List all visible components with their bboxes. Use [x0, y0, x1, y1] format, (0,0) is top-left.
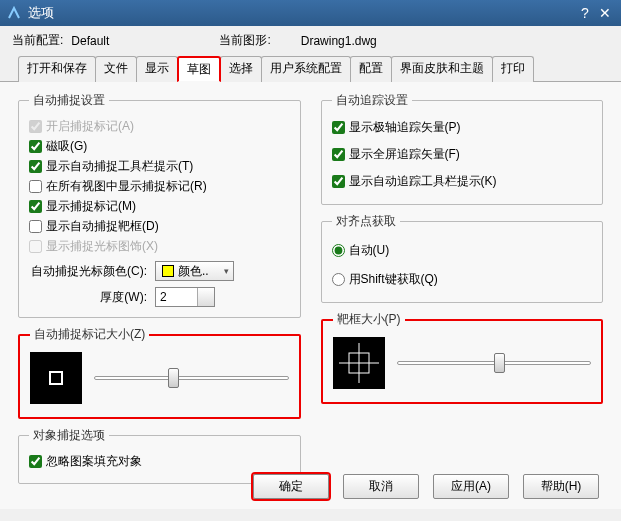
tab-0[interactable]: 打开和保存 [18, 56, 96, 82]
button-row: 确定 取消 应用(A) 帮助(H) [253, 474, 599, 499]
current-drawing-value: Drawing1.dwg [301, 34, 377, 48]
aperture-preview [333, 337, 385, 389]
cb-aperture[interactable] [29, 220, 42, 233]
align-point-group: 对齐点获取 自动(U) 用Shift键获取(Q) [321, 213, 604, 303]
config-row: 当前配置: Default 当前图形: Drawing1.dwg [0, 26, 621, 55]
thickness-spinner[interactable]: 2 [155, 287, 215, 307]
tab-8[interactable]: 打印 [492, 56, 534, 82]
cancel-button[interactable]: 取消 [343, 474, 419, 499]
help-icon[interactable]: ? [575, 5, 595, 21]
thickness-label: 厚度(W): [29, 289, 147, 306]
cb-ignore-hatch[interactable] [29, 455, 42, 468]
tabstrip: 打开和保存文件显示草图选择用户系统配置配置界面皮肤和主题打印 [0, 55, 621, 82]
close-icon[interactable]: ✕ [595, 5, 615, 21]
tab-2[interactable]: 显示 [136, 56, 178, 82]
color-button[interactable]: 颜色.. [155, 261, 234, 281]
titlebar: 选项 ? ✕ [0, 0, 621, 26]
cb-marker [29, 120, 42, 133]
tab-1[interactable]: 文件 [95, 56, 137, 82]
tab-6[interactable]: 配置 [350, 56, 392, 82]
rb-shift[interactable] [332, 273, 345, 286]
align-point-legend: 对齐点获取 [332, 213, 400, 230]
autosnap-legend: 自动捕捉设置 [29, 92, 109, 109]
cb-cursor-deco [29, 240, 42, 253]
cb-track-tooltip[interactable] [332, 175, 345, 188]
cb-fullscreen[interactable] [332, 148, 345, 161]
color-label: 自动捕捉光标颜色(C): [29, 263, 147, 280]
current-drawing-label: 当前图形: [219, 32, 270, 49]
aperture-size-slider[interactable] [397, 353, 592, 373]
current-config-label: 当前配置: [12, 32, 63, 49]
cb-tooltip[interactable] [29, 160, 42, 173]
current-config-value: Default [71, 34, 109, 48]
cb-polar[interactable] [332, 121, 345, 134]
marker-size-slider[interactable] [94, 368, 289, 388]
osnap-options-legend: 对象捕捉选项 [29, 427, 109, 444]
app-icon [6, 5, 22, 21]
cb-allviews[interactable] [29, 180, 42, 193]
cb-showmarker[interactable] [29, 200, 42, 213]
apply-button[interactable]: 应用(A) [433, 474, 509, 499]
tab-3[interactable]: 草图 [177, 56, 221, 82]
autosnap-settings-group: 自动捕捉设置 开启捕捉标记(A) 磁吸(G) 显示自动捕捉工具栏提示(T) 在所… [18, 92, 301, 318]
marker-preview [30, 352, 82, 404]
tab-4[interactable]: 选择 [220, 56, 262, 82]
help-button[interactable]: 帮助(H) [523, 474, 599, 499]
autotrack-settings-group: 自动追踪设置 显示极轴追踪矢量(P) 显示全屏追踪矢量(F) 显示自动追踪工具栏… [321, 92, 604, 205]
cb-magnet[interactable] [29, 140, 42, 153]
window-title: 选项 [28, 4, 575, 22]
color-swatch [162, 265, 174, 277]
tab-5[interactable]: 用户系统配置 [261, 56, 351, 82]
aperture-size-group: 靶框大小(P) [321, 311, 604, 404]
marker-size-group: 自动捕捉标记大小(Z) [18, 326, 301, 419]
marker-size-legend: 自动捕捉标记大小(Z) [30, 326, 149, 343]
aperture-size-legend: 靶框大小(P) [333, 311, 405, 328]
autotrack-legend: 自动追踪设置 [332, 92, 412, 109]
tab-pane: 自动捕捉设置 开启捕捉标记(A) 磁吸(G) 显示自动捕捉工具栏提示(T) 在所… [0, 82, 621, 509]
tab-7[interactable]: 界面皮肤和主题 [391, 56, 493, 82]
ok-button[interactable]: 确定 [253, 474, 329, 499]
rb-auto[interactable] [332, 244, 345, 257]
